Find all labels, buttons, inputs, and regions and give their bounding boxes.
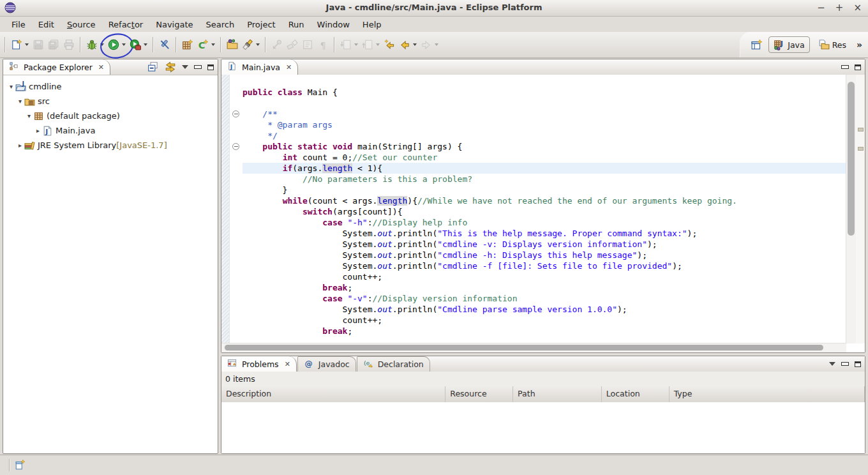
tree-item-src[interactable]: ▾src [3, 94, 218, 109]
close-icon[interactable]: ✕ [286, 63, 292, 72]
minimize-view-icon[interactable] [841, 65, 849, 69]
occurrence-marker[interactable] [858, 147, 864, 151]
close-button[interactable]: × [853, 1, 862, 14]
column-header-description[interactable]: Description [221, 386, 445, 402]
window-controls: − + × [817, 1, 862, 14]
link-with-editor-icon[interactable] [165, 61, 176, 73]
new-wizard-icon [11, 39, 22, 50]
dropdown-arrow-icon[interactable] [122, 43, 126, 46]
skip-breakpoints-button[interactable] [157, 35, 172, 54]
expander-closed-icon[interactable]: ▸ [34, 127, 42, 134]
code-line: case "-v"://Display version information [243, 293, 846, 304]
forward-icon [421, 39, 432, 50]
column-header-resource[interactable]: Resource [445, 386, 513, 402]
editor-vertical-scrollbar[interactable] [846, 75, 856, 343]
print-icon [63, 39, 75, 50]
column-header-path[interactable]: Path [513, 386, 602, 402]
tree-item-cmdline[interactable]: ▾Jcmdline [3, 79, 218, 94]
editor-body: public class Main { /** * @param args */… [221, 75, 865, 352]
last-edit-location-icon [384, 39, 395, 50]
expander-open-icon[interactable]: ▾ [25, 112, 33, 119]
tree-item-jre-system-library[interactable]: ▸JRE System Library [JavaSE-1.7] [3, 138, 218, 153]
minimize-view-icon[interactable] [194, 65, 202, 69]
menu-source[interactable]: Source [61, 19, 102, 31]
perspective-overflow-chevron[interactable]: » [855, 40, 864, 50]
expander-open-icon[interactable]: ▾ [16, 98, 24, 105]
fold-collapse-icon[interactable] [232, 143, 239, 150]
menu-search[interactable]: Search [200, 19, 241, 31]
dropdown-arrow-icon[interactable] [144, 43, 147, 46]
expander-open-icon[interactable]: ▾ [7, 83, 15, 90]
column-header-location[interactable]: Location [602, 386, 670, 402]
view-menu-icon[interactable] [182, 65, 188, 69]
show-whitespace-button: ¶ [315, 35, 331, 54]
close-icon[interactable]: ✕ [98, 63, 104, 72]
new-class-button[interactable]: C [195, 35, 217, 54]
menu-refactor[interactable]: Refactor [102, 19, 150, 31]
titlebar[interactable]: Java - cmdline/src/Main.java - Eclipse P… [0, 0, 868, 17]
scrollbar-thumb[interactable] [848, 82, 855, 236]
skip-breakpoints-icon [159, 39, 170, 50]
search-button[interactable] [240, 35, 262, 54]
tab-declaration[interactable]: (eDeclaration [357, 356, 430, 372]
fast-view-icon[interactable] [15, 459, 26, 471]
folding-ruler[interactable] [230, 75, 242, 343]
maximize-button[interactable]: + [835, 1, 844, 14]
dropdown-arrow-icon [376, 43, 380, 46]
menu-window[interactable]: Window [311, 19, 356, 31]
open-type-button[interactable] [225, 35, 240, 54]
expander-closed-icon[interactable]: ▸ [16, 142, 24, 149]
menu-edit[interactable]: Edit [32, 19, 61, 31]
open-perspective-button[interactable] [749, 35, 765, 54]
editor-horizontal-scrollbar[interactable] [221, 343, 846, 352]
maximize-view-icon[interactable] [855, 64, 861, 70]
tab-label: Package Explorer [24, 63, 93, 72]
scrollbar-thumb[interactable] [225, 345, 823, 351]
dropdown-arrow-icon[interactable] [25, 43, 29, 46]
close-icon[interactable]: ✕ [285, 360, 290, 368]
mark-occurrences-button [300, 35, 315, 54]
tab-main-java[interactable]: J Main.java ✕ [221, 59, 298, 75]
column-header-type[interactable]: Type [670, 386, 865, 402]
fold-collapse-icon[interactable] [232, 110, 239, 117]
maximize-view-icon[interactable] [855, 361, 861, 367]
javadoc-icon: @ [304, 359, 315, 370]
dropdown-arrow-icon[interactable] [413, 43, 417, 46]
tab-problems[interactable]: Problems✕ [221, 356, 297, 372]
menu-help[interactable]: Help [356, 19, 388, 31]
last-edit-location-button[interactable] [382, 35, 397, 54]
menu-navigate[interactable]: Navigate [149, 19, 199, 31]
minimize-button[interactable]: − [817, 1, 825, 14]
new-java-project-button[interactable] [180, 35, 195, 54]
debug-icon [86, 39, 98, 50]
menu-project[interactable]: Project [241, 19, 281, 31]
back-button[interactable] [397, 35, 419, 54]
tree-item-default-package[interactable]: ▾(default package) [3, 109, 218, 123]
debug-button[interactable] [84, 35, 106, 54]
run-button[interactable] [106, 35, 128, 54]
code-editor[interactable]: public class Main { /** * @param args */… [243, 75, 846, 343]
overview-ruler[interactable] [856, 75, 865, 343]
tree-item-main-java[interactable]: ▸JMain.java [3, 123, 218, 138]
maximize-view-icon[interactable] [207, 64, 214, 70]
problems-status: 0 items [221, 372, 865, 387]
problems-table-body[interactable] [221, 402, 865, 453]
menu-run[interactable]: Run [282, 19, 311, 31]
view-menu-icon[interactable] [829, 362, 835, 366]
dropdown-arrow-icon[interactable] [100, 43, 104, 46]
package-explorer-panel: Package Explorer ✕ ▾Jcmdline▾src▾(defaul… [3, 59, 218, 454]
new-wizard-button[interactable] [9, 35, 31, 54]
perspective-button-java[interactable]: JJava [768, 36, 809, 53]
perspective-button-resource[interactable]: Res [814, 37, 851, 52]
menu-file[interactable]: File [5, 19, 32, 31]
minimize-view-icon[interactable] [841, 362, 849, 366]
package-explorer-tree: ▾Jcmdline▾src▾(default package)▸JMain.ja… [3, 75, 218, 153]
tab-javadoc[interactable]: @Javadoc [297, 356, 356, 372]
collapse-all-icon[interactable] [147, 61, 159, 73]
dropdown-arrow-icon[interactable] [256, 43, 260, 46]
java-perspective-icon: J [774, 39, 785, 50]
run-external-button[interactable] [128, 35, 149, 54]
occurrence-marker[interactable] [858, 128, 864, 132]
dropdown-arrow-icon[interactable] [211, 43, 215, 46]
tab-package-explorer[interactable]: Package Explorer ✕ [3, 59, 110, 75]
